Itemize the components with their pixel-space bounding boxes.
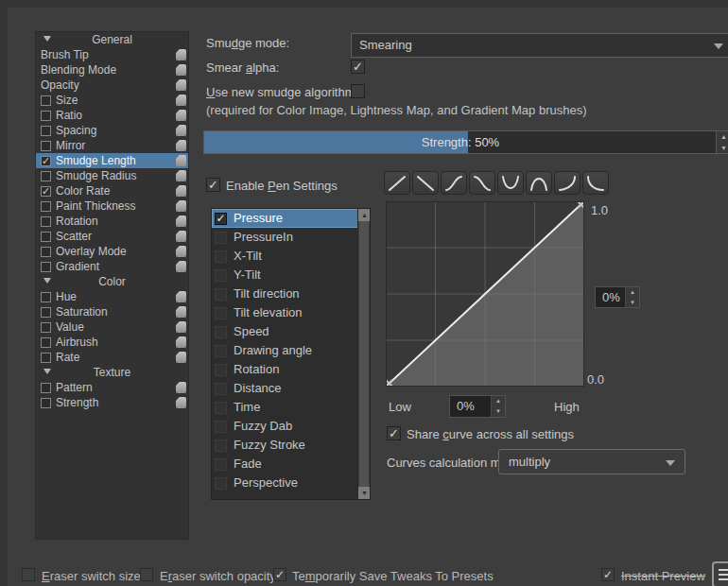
setting-item-rotation[interactable]: Rotation xyxy=(36,214,188,229)
setting-checkbox[interactable] xyxy=(41,398,51,408)
setting-section-general[interactable]: General xyxy=(36,32,188,47)
lock-icon[interactable] xyxy=(176,246,186,257)
collapse-triangle-icon[interactable] xyxy=(43,36,51,42)
calc-mode-dropdown[interactable]: multiply xyxy=(498,449,685,474)
lock-icon[interactable] xyxy=(176,215,186,227)
setting-checkbox[interactable] xyxy=(41,262,51,272)
lock-icon[interactable] xyxy=(176,64,186,76)
sensor-item-drawing-angle[interactable]: Drawing angle xyxy=(212,341,360,360)
setting-item-smudge-length[interactable]: ✓Smudge Length xyxy=(36,153,188,168)
strength-slider[interactable]: Strength: 50% ▲ ▼ xyxy=(203,130,728,154)
sensor-item-x-tilt[interactable]: X-Tilt xyxy=(212,247,360,266)
setting-checkbox[interactable] xyxy=(41,307,51,318)
setting-item-paint-thickness[interactable]: Paint Thickness xyxy=(36,198,188,214)
scroll-handle[interactable] xyxy=(359,221,369,487)
eraser-switch-opacity-checkbox[interactable] xyxy=(140,568,153,581)
spin-up-icon[interactable]: ▲ xyxy=(717,131,728,143)
curve-value-spinner[interactable]: ▲▼ xyxy=(625,287,639,307)
setting-item-airbrush[interactable]: Airbrush xyxy=(36,335,188,350)
lock-icon[interactable] xyxy=(176,336,186,348)
setting-checkbox[interactable] xyxy=(41,201,51,212)
sensor-item-speed[interactable]: Speed xyxy=(212,322,360,341)
curve-preset-s-curve-down-button[interactable] xyxy=(469,171,495,195)
sensor-item-rotation[interactable]: Rotation xyxy=(212,360,360,379)
curve-editor[interactable] xyxy=(386,201,584,387)
lock-icon[interactable] xyxy=(176,185,186,197)
setting-checkbox[interactable] xyxy=(41,111,51,121)
curve-preset-s-curve-up-button[interactable] xyxy=(441,171,467,195)
sensor-checkbox[interactable] xyxy=(215,440,227,452)
lock-icon[interactable] xyxy=(176,321,186,333)
scroll-down-icon[interactable]: ▼ xyxy=(358,487,371,499)
menu-button[interactable] xyxy=(712,561,728,586)
sensor-checkbox[interactable] xyxy=(215,458,227,471)
sensor-checkbox[interactable] xyxy=(215,402,227,414)
low-spinner[interactable]: ▲▼ xyxy=(491,396,505,417)
setting-item-opacity[interactable]: Opacity xyxy=(36,78,188,93)
sensor-checkbox[interactable] xyxy=(215,326,227,338)
sensor-checkbox[interactable] xyxy=(215,269,227,282)
sensor-checkbox[interactable] xyxy=(215,232,227,244)
lock-icon[interactable] xyxy=(176,231,186,242)
lock-icon[interactable] xyxy=(176,79,186,91)
setting-checkbox[interactable] xyxy=(41,322,51,333)
lock-icon[interactable] xyxy=(176,170,186,181)
temp-save-tweaks-checkbox[interactable]: ✓ xyxy=(273,568,286,581)
sensor-item-perspective[interactable]: Perspective xyxy=(212,474,360,492)
setting-item-value[interactable]: Value xyxy=(36,319,188,335)
sensor-scrollbar[interactable]: ▲ ▼ xyxy=(357,209,370,499)
setting-item-spacing[interactable]: Spacing xyxy=(36,123,188,138)
setting-item-smudge-radius[interactable]: Smudge Radius xyxy=(36,168,188,183)
sensor-item-time[interactable]: Time xyxy=(212,398,360,417)
setting-checkbox[interactable] xyxy=(41,171,51,181)
lock-icon[interactable] xyxy=(176,352,186,363)
sensor-item-fuzzy-stroke[interactable]: Fuzzy Stroke xyxy=(212,436,360,455)
setting-list[interactable]: GeneralBrush TipBlending ModeOpacitySize… xyxy=(35,31,189,540)
lock-icon[interactable] xyxy=(176,291,186,302)
setting-checkbox[interactable] xyxy=(41,126,51,136)
strength-spinner[interactable]: ▲ ▼ xyxy=(716,131,728,153)
curve-value-spinbox[interactable]: 0% ▲▼ xyxy=(595,286,640,308)
setting-item-brush-tip[interactable]: Brush Tip xyxy=(36,47,188,62)
smudge-mode-dropdown[interactable]: Smearing xyxy=(351,33,728,58)
scroll-up-icon[interactable]: ▲ xyxy=(358,209,371,221)
sensor-checkbox[interactable] xyxy=(215,307,227,319)
setting-checkbox[interactable] xyxy=(41,95,51,106)
setting-checkbox[interactable] xyxy=(41,337,51,348)
setting-checkbox[interactable]: ✓ xyxy=(41,186,51,197)
sensor-checkbox[interactable] xyxy=(215,364,227,376)
instant-preview-checkbox[interactable]: ✓ xyxy=(601,568,615,581)
new-smudge-algorithm-checkbox[interactable] xyxy=(351,84,365,98)
curve-preset-j-curve-up-button[interactable] xyxy=(554,171,581,195)
smear-alpha-checkbox[interactable]: ✓ xyxy=(351,60,365,74)
sensor-item-pressurein[interactable]: PressureIn xyxy=(212,228,360,247)
curve-preset-linear-up-button[interactable] xyxy=(384,171,410,195)
lock-icon[interactable] xyxy=(176,397,186,408)
setting-item-size[interactable]: Size xyxy=(36,93,188,108)
lock-icon[interactable] xyxy=(176,382,186,393)
sensor-item-tilt-elevation[interactable]: Tilt elevation xyxy=(212,303,360,322)
sensor-checkbox[interactable] xyxy=(215,383,227,395)
curve-preset-u-shape-button[interactable] xyxy=(497,171,524,195)
share-curve-checkbox[interactable]: ✓ xyxy=(387,426,401,440)
collapse-triangle-icon[interactable] xyxy=(43,369,51,374)
sensor-list[interactable]: ✓PressurePressureInX-TiltY-TiltTilt dire… xyxy=(211,208,371,500)
setting-item-color-rate[interactable]: ✓Color Rate xyxy=(36,183,188,198)
spin-down-icon[interactable]: ▼ xyxy=(717,143,728,154)
setting-checkbox[interactable] xyxy=(41,247,51,257)
sensor-item-fade[interactable]: Fade xyxy=(212,455,360,474)
low-spinbox[interactable]: 0% ▲▼ xyxy=(449,395,506,418)
curve-preset-arch-button[interactable] xyxy=(526,171,552,195)
setting-checkbox[interactable] xyxy=(41,292,51,302)
setting-item-rate[interactable]: Rate xyxy=(36,350,188,365)
sensor-checkbox[interactable] xyxy=(215,421,227,433)
setting-section-color[interactable]: Color xyxy=(36,274,188,289)
setting-item-pattern[interactable]: Pattern xyxy=(36,380,188,395)
setting-checkbox[interactable]: ✓ xyxy=(41,156,51,166)
setting-item-saturation[interactable]: Saturation xyxy=(36,304,188,319)
lock-icon[interactable] xyxy=(176,110,186,121)
lock-icon[interactable] xyxy=(176,155,186,166)
lock-icon[interactable] xyxy=(176,306,186,318)
setting-item-scatter[interactable]: Scatter xyxy=(36,229,188,244)
sensor-item-tilt-direction[interactable]: Tilt direction xyxy=(212,284,360,303)
